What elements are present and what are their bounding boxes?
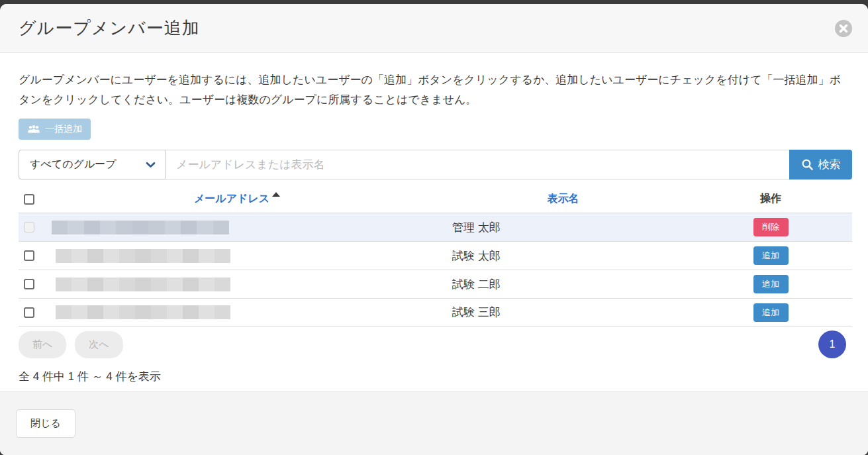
modal-header: グループメンバー追加 xyxy=(0,4,868,53)
search-button[interactable]: 検索 xyxy=(789,150,852,179)
chevron-down-icon xyxy=(146,162,156,168)
group-filter-value: すべてのグループ xyxy=(30,158,117,172)
table-row: 試験 三郎追加 xyxy=(19,298,852,327)
bulk-add-label: 一括追加 xyxy=(45,123,82,135)
table-row: 試験 太郎追加 xyxy=(19,241,852,270)
table-row: 管理 太郎削除 xyxy=(19,213,852,241)
display-name: 試験 太郎 xyxy=(437,250,501,262)
action-header: 操作 xyxy=(689,192,852,206)
search-input[interactable] xyxy=(166,150,789,179)
redacted-email xyxy=(56,305,230,319)
row-checkbox[interactable] xyxy=(24,279,34,289)
bulk-add-button[interactable]: 一括追加 xyxy=(19,119,91,140)
row-checkbox[interactable] xyxy=(24,250,34,261)
search-icon xyxy=(801,158,814,171)
sort-header-email[interactable]: メールアドレス xyxy=(194,193,269,204)
row-checkbox[interactable] xyxy=(24,307,34,318)
users-icon xyxy=(27,125,40,134)
result-summary: 全 4 件中 1 件 ～ 4 件を表示 xyxy=(19,369,849,384)
redacted-email xyxy=(56,249,230,263)
modal-title: グループメンバー追加 xyxy=(19,17,200,40)
add-button[interactable]: 追加 xyxy=(753,246,789,265)
search-button-label: 検索 xyxy=(818,157,841,172)
pagination: 前へ 次へ 1 xyxy=(19,330,852,358)
select-all-checkbox[interactable] xyxy=(24,194,34,205)
modal-footer: 閉じる xyxy=(0,391,868,455)
table-body: 管理 太郎削除試験 太郎追加試験 二郎追加試験 三郎追加 xyxy=(19,213,852,327)
redacted-email xyxy=(56,278,230,291)
prev-page-button[interactable]: 前へ xyxy=(19,331,66,358)
row-checkbox xyxy=(24,222,34,232)
modal-body: グループメンバーにユーザーを追加するには、追加したいユーザーの「追加」ボタンをク… xyxy=(0,53,868,391)
table-header-row: メールアドレス 表示名 操作 xyxy=(19,185,852,213)
redacted-email xyxy=(52,221,229,234)
close-footer-button[interactable]: 閉じる xyxy=(16,409,75,438)
add-button[interactable]: 追加 xyxy=(753,303,789,322)
modal-description: グループメンバーにユーザーを追加するには、追加したいユーザーの「追加」ボタンをク… xyxy=(19,70,849,110)
sort-header-display-name[interactable]: 表示名 xyxy=(548,193,579,204)
display-name: 試験 二郎 xyxy=(437,278,501,291)
next-page-button[interactable]: 次へ xyxy=(75,331,122,358)
add-group-member-modal: グループメンバー追加 グループメンバーにユーザーを追加するには、追加したいユーザ… xyxy=(0,4,868,455)
table-row: 試験 二郎追加 xyxy=(19,270,852,298)
sort-asc-icon xyxy=(272,192,280,197)
page-number-button[interactable]: 1 xyxy=(818,330,846,358)
add-button[interactable]: 追加 xyxy=(753,275,789,293)
close-icon xyxy=(839,24,848,33)
display-name: 管理 太郎 xyxy=(437,221,501,234)
group-filter-select[interactable]: すべてのグループ xyxy=(19,150,166,179)
user-table: メールアドレス 表示名 操作 管理 太郎削除試験 太郎追加試験 二郎追加試験 三… xyxy=(19,185,852,327)
close-button[interactable] xyxy=(835,20,852,37)
display-name: 試験 三郎 xyxy=(437,306,501,319)
filter-row: すべてのグループ 検索 xyxy=(19,150,852,179)
delete-button[interactable]: 削除 xyxy=(753,218,789,236)
